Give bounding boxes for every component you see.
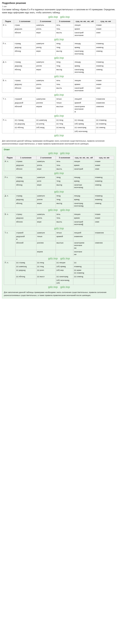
cell: (о) знамени: [95, 122, 116, 126]
cell: пламени: [95, 42, 116, 46]
cell: (об) армии: [74, 122, 95, 126]
padezh-pp-a: П. п.: [4, 261, 16, 285]
watermark: gdz.top: [54, 93, 64, 96]
table-row: дедушка рояль тень армия знамя: [2, 27, 116, 31]
cell: [73, 278, 94, 285]
cell: дедушка: [14, 27, 36, 31]
cell: пламенем: [94, 231, 114, 234]
padezh-tp: Т. п.: [2, 97, 14, 114]
cell: моря: [36, 49, 56, 56]
cell: (о) пени: [56, 118, 74, 122]
table-row: В. п. стражу шампунь печь лекцию пламя: [4, 212, 114, 216]
table-row: Т. п. стражей шампунем печью лекцией пла…: [2, 97, 116, 101]
table-row: дедушкой роялем тенью армией знаменем: [2, 101, 116, 104]
watermark: gdz.top: [48, 286, 58, 288]
cell: море: [36, 220, 56, 226]
cell: (об) окончании(об): [56, 278, 73, 285]
cell: пени: [56, 60, 74, 64]
padezh-dp: Д. п.: [2, 60, 14, 74]
cell: мыслью: [56, 104, 74, 114]
watermark-row: gdz.top: [2, 56, 116, 60]
padezh-ip-a: И. п.: [4, 160, 16, 171]
th-sush-na: сущ. на -ия, -ие, -ий: [74, 20, 95, 23]
cell: стражу: [15, 212, 36, 216]
cell: шампуне: [36, 231, 56, 234]
cell: мыслью: [56, 241, 73, 250]
cell: армии: [74, 46, 95, 49]
cell: тень: [56, 163, 73, 167]
table-row: (о) яблоне (о) мысл (о) санатории (о) се…: [4, 275, 114, 278]
cell: [36, 278, 56, 285]
cell: семени: [95, 49, 116, 56]
cell: санаториокончания: [73, 183, 94, 189]
cell: пламенем: [95, 97, 116, 101]
cell: санаторийокончание: [74, 86, 95, 93]
cell: знамя: [94, 216, 114, 220]
cell: стражи: [14, 42, 36, 46]
watermark: gdz.top: [48, 208, 58, 211]
watermark-row: gdz.top gdz.top: [4, 285, 114, 290]
watermark-row: gdz.top: [2, 37, 116, 42]
cell: мысли: [56, 68, 74, 74]
cell: (об) окончании: [74, 130, 95, 133]
th-skl3-a: 3 склонение: [56, 156, 73, 160]
table-row: И. п. страж шампунь печь лекция пламя: [2, 23, 116, 27]
table-row: П. п. (о) страже (о) шампуне (о) пени (о…: [2, 118, 116, 122]
bottom-text-1: Для заполнения данной таблицы примерами …: [2, 140, 116, 146]
cell: яблоней: [14, 104, 36, 114]
cell: море: [36, 86, 56, 93]
table-row: дедуши рояля тени армии знамени: [2, 46, 116, 49]
cell: (о) тени: [36, 264, 56, 268]
cell: лекцию: [74, 79, 95, 82]
instruction-text: Составим таблицу «Буквы Е и Я в падежных…: [2, 8, 116, 14]
cell: стражей: [15, 231, 36, 234]
cell: страже: [14, 60, 36, 64]
cell: семя: [95, 86, 116, 93]
cell: (о) пламени: [95, 118, 116, 122]
cell: (о) санатории: [56, 275, 73, 278]
table-row: яблоню море мысль санаторийокончание сем…: [2, 86, 116, 93]
table-row: (о) дедуше (о) роял (об) мор (о) арми(о)…: [4, 268, 114, 275]
watermark-row: gdz.top: [4, 226, 114, 231]
bottom-text-2: Для заполнения данной таблицы примерами …: [4, 291, 114, 297]
cell: (о) лекции: [74, 118, 95, 122]
cell: лекции: [74, 60, 95, 64]
padezh-rp-a: Р. п.: [4, 176, 16, 189]
watermark: gdz.top: [60, 286, 70, 288]
th-skl1-a: 1 склонение: [15, 156, 36, 160]
cell: лекция: [74, 23, 95, 27]
watermark-row: gdz.top: [2, 114, 116, 118]
watermark: gdz.top: [54, 134, 64, 137]
cell: лекции: [74, 42, 95, 46]
cell: яблони: [15, 183, 36, 189]
table-row: дедушке роялю тени армии знамени: [2, 64, 116, 68]
cell: знамя: [95, 82, 116, 86]
cell: мысль: [56, 167, 73, 171]
cell: стражи: [15, 176, 36, 179]
cell: (о) лекции: [56, 261, 73, 264]
cell: пламя: [94, 160, 114, 163]
cell: роялем: [36, 241, 56, 250]
cell: (о) страже: [15, 261, 36, 264]
cell: лекцию: [73, 212, 94, 216]
cell: яблоню: [15, 220, 36, 226]
cell: дедушке: [14, 64, 36, 68]
cell: знаменем: [73, 235, 94, 241]
table-row: (об) окончании: [2, 130, 116, 133]
watermark-row: gdz.top: [4, 171, 114, 176]
table-row: дедушку рояль тень армию знамя: [4, 216, 114, 220]
cell: мысль: [56, 86, 74, 93]
cell: тени: [56, 64, 74, 68]
cell: дедушки: [15, 179, 36, 183]
cell: санаториемокончанием: [74, 104, 95, 114]
cell: мысли: [56, 183, 73, 189]
table-row: Д. п. страже шампуно пени лекции пламени: [4, 194, 114, 198]
cell: тень: [56, 82, 74, 86]
cell: шампунь: [36, 79, 56, 82]
table-row: яблони моря мысли санаториокончания семе…: [4, 183, 114, 189]
cell: яблоне: [15, 202, 36, 208]
cell: [94, 268, 114, 275]
cell: страж: [14, 23, 36, 27]
cell: семя: [94, 220, 114, 226]
cell: санаторииокончанию: [73, 202, 94, 208]
